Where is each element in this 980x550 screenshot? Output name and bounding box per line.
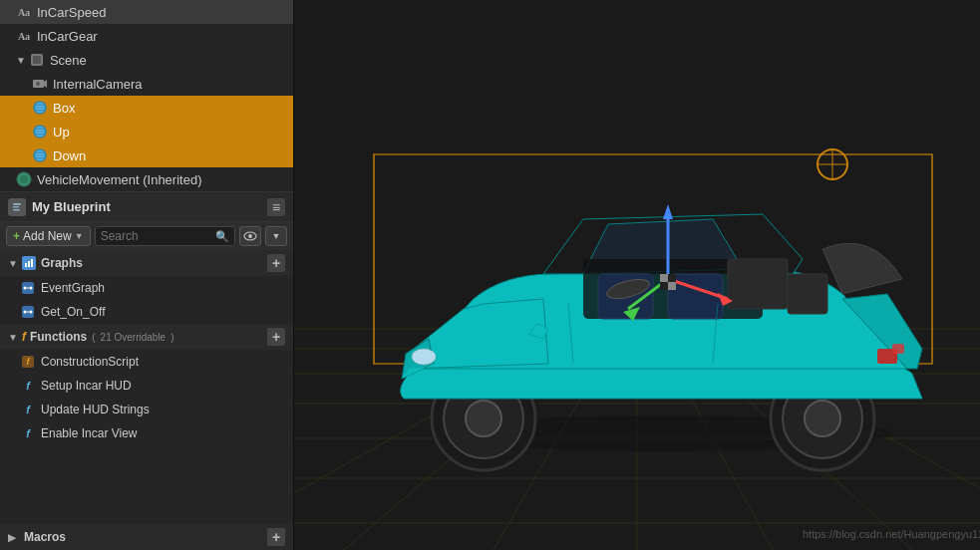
item-label: Scene	[50, 53, 87, 68]
functions-label: Functions	[30, 330, 87, 344]
sphere-icon	[32, 100, 48, 116]
item-label: InternalCamera	[53, 77, 143, 92]
macros-section-header[interactable]: ▶ Macros +	[0, 524, 293, 550]
graphs-section-header[interactable]: ▼ Graphs +	[0, 250, 293, 276]
my-blueprint-header: My Blueprint ≡	[0, 192, 293, 222]
svg-rect-18	[13, 206, 19, 208]
svg-point-71	[412, 349, 436, 365]
vehicle-icon	[16, 171, 32, 187]
list-item-box[interactable]: Box	[0, 96, 293, 120]
search-input[interactable]	[101, 229, 211, 243]
item-label: Box	[53, 101, 75, 116]
dropdown-arrow-icon: ▼	[75, 231, 84, 241]
list-item-internalcamera[interactable]: InternalCamera	[0, 72, 293, 96]
svg-rect-68	[788, 274, 827, 314]
aa-icon: Aa	[16, 4, 32, 20]
svg-rect-17	[13, 203, 21, 205]
setupincarhud-item[interactable]: f Setup Incar HUD	[0, 374, 293, 398]
svg-point-62	[805, 401, 840, 436]
functions-icon: f	[22, 330, 26, 344]
updatehudstrings-label: Update HUD Strings	[41, 403, 150, 416]
get-on-off-label: Get_On_Off	[41, 305, 105, 319]
list-item-vehiclemovement[interactable]: VehicleMovement (Inherited)	[0, 167, 293, 191]
updatehudstrings-item[interactable]: f Update HUD Strings	[0, 398, 293, 421]
func-icon: f	[20, 402, 36, 417]
aa-icon: Aa	[16, 28, 32, 44]
functions-section-header[interactable]: ▼ f Functions (21 Overridable) +	[0, 324, 293, 350]
dropdown-arrow-button[interactable]: ▼	[265, 226, 287, 246]
expand-arrow-icon: ▼	[8, 332, 18, 343]
sphere-icon	[32, 124, 48, 139]
list-item-down[interactable]: Down	[0, 143, 293, 167]
svg-rect-23	[28, 261, 30, 267]
graphs-label: Graphs	[41, 256, 83, 270]
blueprint-icon	[8, 198, 26, 216]
svg-point-26	[24, 287, 27, 290]
func-icon: f	[20, 354, 36, 370]
svg-rect-80	[660, 274, 668, 282]
svg-rect-24	[31, 259, 33, 267]
add-new-label: Add New	[23, 229, 72, 243]
graphs-icon	[22, 256, 36, 270]
viewport[interactable]: https://blog.csdn.net/Huangpengyu123	[294, 0, 980, 550]
setupincarhud-label: Setup Incar HUD	[41, 379, 132, 393]
enableincarview-item[interactable]: f Enable Incar View	[0, 421, 293, 445]
functions-count-close: )	[170, 332, 173, 343]
svg-point-27	[30, 287, 33, 290]
svg-marker-3	[44, 80, 47, 88]
scene-icon	[29, 52, 45, 68]
item-label: InCarSpeed	[37, 5, 106, 20]
func-icon: f	[20, 425, 36, 441]
item-label: Up	[53, 125, 70, 139]
svg-text:f: f	[26, 404, 31, 415]
add-function-button[interactable]: +	[267, 328, 285, 346]
sphere-icon	[32, 147, 48, 163]
components-list: Aa InCarSpeed Aa InCarGear ▼ Scene	[0, 0, 293, 191]
eventgraph-label: EventGraph	[41, 281, 105, 295]
list-item-scene[interactable]: ▼ Scene	[0, 48, 293, 72]
expand-arrow: ▼	[16, 55, 26, 66]
svg-point-21	[248, 234, 252, 238]
expand-arrow-icon: ▼	[8, 258, 18, 269]
toolbar: + Add New ▼ 🔍 ▼	[0, 222, 293, 250]
svg-rect-1	[33, 56, 41, 64]
get-on-off-item[interactable]: Get_On_Off	[0, 300, 293, 324]
search-box: 🔍	[95, 226, 235, 246]
svg-rect-19	[13, 209, 20, 211]
blueprint-menu-button[interactable]: ≡	[267, 198, 285, 216]
svg-rect-73	[892, 344, 904, 354]
svg-text:https://blog.csdn.net/Huangpen: https://blog.csdn.net/Huangpengyu123	[803, 528, 980, 540]
add-graph-button[interactable]: +	[267, 254, 285, 272]
list-item-up[interactable]: Up	[0, 120, 293, 143]
eventgraph-item[interactable]: EventGraph	[0, 276, 293, 300]
func-icon: f	[20, 378, 36, 394]
svg-rect-81	[668, 274, 676, 282]
enableincarview-label: Enable Incar View	[41, 426, 138, 440]
graph-icon	[20, 304, 36, 320]
viewport-canvas: https://blog.csdn.net/Huangpengyu123	[294, 0, 980, 550]
add-macro-button[interactable]: +	[267, 528, 285, 546]
svg-text:f: f	[26, 427, 31, 439]
list-item-incargear[interactable]: Aa InCarGear	[0, 24, 293, 48]
expand-arrow-icon: ▶	[8, 532, 16, 543]
item-label: Down	[53, 148, 86, 163]
svg-rect-22	[25, 263, 27, 267]
functions-overridable: 21 Overridable	[101, 332, 166, 343]
constructionscript-item[interactable]: f ConstructionScript	[0, 350, 293, 374]
svg-point-4	[36, 82, 40, 86]
svg-rect-83	[668, 282, 676, 290]
item-label: VehicleMovement (Inherited)	[37, 172, 201, 187]
visibility-button[interactable]	[239, 226, 261, 246]
svg-point-31	[30, 311, 33, 314]
macros-label: Macros	[24, 530, 66, 544]
svg-point-30	[24, 311, 27, 314]
left-panel: Aa InCarSpeed Aa InCarGear ▼ Scene	[0, 0, 294, 550]
svg-point-15	[20, 175, 28, 183]
list-item-incarspeed[interactable]: Aa InCarSpeed	[0, 0, 293, 24]
svg-point-59	[466, 401, 501, 436]
search-icon: 🔍	[215, 230, 229, 243]
constructionscript-label: ConstructionScript	[41, 355, 139, 369]
svg-text:f: f	[26, 380, 31, 392]
add-new-button[interactable]: + Add New ▼	[6, 226, 91, 246]
svg-rect-67	[728, 259, 788, 309]
